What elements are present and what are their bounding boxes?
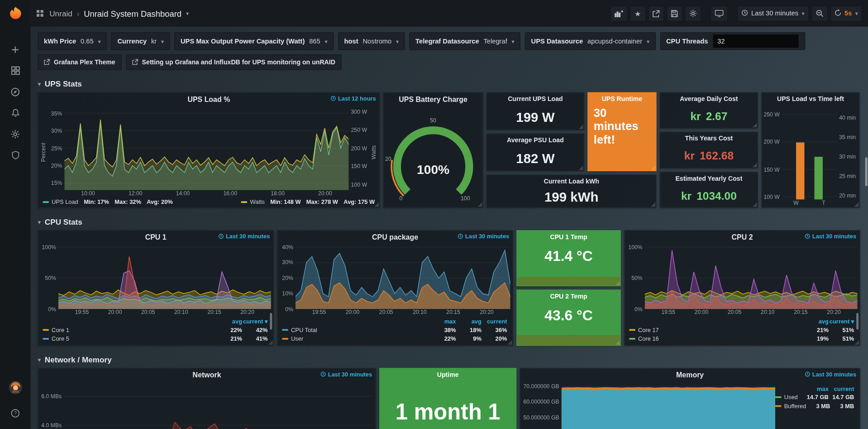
series-swatch <box>43 329 48 331</box>
variable-host[interactable]: host Nostromo ▾ <box>338 32 405 50</box>
panel-title[interactable]: Average Daily Cost <box>680 96 738 102</box>
star-icon: ★ <box>634 10 641 17</box>
legend-series-name[interactable]: Buffered <box>784 402 806 409</box>
panel-title[interactable]: Estimated Yearly Cost <box>675 175 742 182</box>
panel-title[interactable]: UPS Runtime <box>602 96 642 102</box>
refresh-button[interactable]: 5s ▾ <box>830 5 863 22</box>
chart-legend: maxcurrent Used14.7 GB14.7 GB Buffered3 … <box>775 382 858 429</box>
section-network-memory[interactable]: ▾ Network / Memory <box>38 355 861 365</box>
cpu-package-chart[interactable] <box>296 244 510 309</box>
stat-value: 1 month 1 <box>380 400 516 424</box>
zoom-out-button[interactable] <box>811 5 828 22</box>
legend-series-name[interactable]: User <box>291 335 430 342</box>
variable-currency[interactable]: Currency kr ▾ <box>111 32 170 50</box>
refresh-icon <box>835 9 841 17</box>
panel-title[interactable]: CPU 2 Temp <box>550 293 587 300</box>
dashboards-icon[interactable] <box>0 60 30 82</box>
legend-series-name[interactable]: UPS Load <box>52 198 78 205</box>
y-axis-left: 35%30%25%20%15% <box>47 106 64 198</box>
variable-ups-datasource[interactable]: UPS Datasource apcupsd-container ▾ <box>525 32 656 50</box>
cost-stat-column: Average Daily Cost kr2.67 This Years Cos… <box>660 92 758 208</box>
share-button[interactable] <box>648 5 664 22</box>
breadcrumb-folder[interactable]: Unraid <box>49 9 72 18</box>
add-panel-button[interactable] <box>610 5 627 22</box>
save-button[interactable] <box>666 5 682 22</box>
variable-ups-max-output[interactable]: UPS Max Output Power Capacity (Watt) 865… <box>174 32 334 50</box>
svg-text:50: 50 <box>430 117 436 124</box>
panel-average-daily-cost: Average Daily Cost kr2.67 <box>660 92 758 129</box>
legend-scrollbar[interactable] <box>270 313 272 330</box>
link-ups-monitoring-guide[interactable]: Setting up Grafana and InfluxDB for UPS … <box>126 54 341 70</box>
legend-scrollbar[interactable] <box>856 313 858 330</box>
panel-title[interactable]: CPU package <box>372 233 418 241</box>
star-button[interactable]: ★ <box>630 5 646 22</box>
cpu1-chart[interactable] <box>58 244 271 309</box>
panel-title[interactable]: CPU 2 <box>732 233 753 241</box>
legend-series-name[interactable]: Core 5 <box>52 335 216 342</box>
panel-cpu-package: CPU package Last 30 minutes 40%30%20%10%… <box>277 230 513 346</box>
panel-ups-load-vs-time-left: UPS Load vs Time left 250 W200 W150 W100… <box>761 92 859 208</box>
chevron-down-icon[interactable]: ▾ <box>186 10 189 16</box>
panel-title[interactable]: This Years Cost <box>685 135 733 142</box>
panel-title[interactable]: Uptime <box>437 371 459 378</box>
dashboard-content: kWh Price 0.65 ▾ Currency kr ▾ UPS Max O… <box>30 27 868 429</box>
panel-network: Network Last 30 minutes 6.0 MBs4.0 MBs2.… <box>38 368 376 429</box>
legend-series-name[interactable]: Core 17 <box>638 326 803 333</box>
security-shield-icon[interactable] <box>0 145 30 166</box>
dashboard-settings-button[interactable] <box>685 5 701 22</box>
svg-text:0: 0 <box>400 195 403 202</box>
panel-title[interactable]: Network <box>193 371 221 379</box>
panel-title[interactable]: Current Load kWh <box>544 178 599 185</box>
network-chart[interactable] <box>64 382 373 429</box>
legend-series-name[interactable]: CPU Total <box>291 326 430 333</box>
y-axis-left: 250 W200 W150 W100 W <box>763 106 782 207</box>
panel-title[interactable]: UPS Load vs Time left <box>777 96 844 102</box>
panel-title[interactable]: Average PSU Load <box>507 137 564 144</box>
section-ups-stats[interactable]: ▾ UPS Stats <box>38 79 861 89</box>
user-avatar[interactable] <box>8 380 23 397</box>
load-vs-time-bars[interactable] <box>782 106 837 199</box>
chevron-down-icon: ▾ <box>801 10 804 16</box>
stat-value: 43.6 °C <box>544 307 593 324</box>
chevron-down-icon: ▾ <box>855 10 858 16</box>
panel-title[interactable]: CPU 1 Temp <box>550 233 587 240</box>
series-swatch <box>282 329 288 331</box>
ups-load-chart[interactable] <box>64 106 348 190</box>
legend-series-name[interactable]: Used <box>784 394 803 400</box>
panel-title[interactable]: CPU 1 <box>145 233 167 241</box>
dashboard-title[interactable]: Unraid System Dashboard <box>84 9 181 18</box>
grafana-logo-icon[interactable] <box>7 5 24 24</box>
configuration-gear-icon[interactable] <box>0 123 30 145</box>
panel-title[interactable]: Current UPS Load <box>508 96 563 102</box>
cpu2-chart[interactable] <box>645 244 858 309</box>
help-icon[interactable]: ? <box>0 402 30 424</box>
chevron-down-icon: ▾ <box>647 38 649 44</box>
legend-series-name[interactable]: Core 1 <box>52 326 216 333</box>
page-scrollbar[interactable] <box>865 157 868 186</box>
variable-telegraf-datasource[interactable]: Telegraf Datasource Telegraf ▾ <box>410 32 521 50</box>
panel-title[interactable]: UPS Battery Charge <box>399 95 467 103</box>
series-swatch <box>629 337 635 339</box>
link-grafana-plex-theme[interactable]: Grafana Plex Theme <box>38 54 121 70</box>
y-axis-left: 40%30%20%10%0% <box>279 244 296 317</box>
create-icon[interactable] <box>0 39 30 60</box>
x-axis-labels: WT <box>782 200 837 207</box>
panel-cpu1: CPU 1 Last 30 minutes 100%50%0% 19:5520:… <box>38 230 274 346</box>
cpu-threads-input[interactable] <box>712 34 799 48</box>
section-cpu-stats[interactable]: ▾ CPU Stats <box>38 217 861 227</box>
chart-legend: UPS Load Min: 17%Max: 32%Avg: 20% Watts … <box>38 198 379 207</box>
panel-title[interactable]: Memory <box>676 371 704 379</box>
variable-kwh-price[interactable]: kWh Price 0.65 ▾ <box>38 32 107 50</box>
panel-title[interactable]: UPS Load % <box>187 95 230 103</box>
cpu-stats-row: CPU 1 Last 30 minutes 100%50%0% 19:5520:… <box>38 230 861 346</box>
time-range-picker[interactable]: Last 30 minutes ▾ <box>737 5 809 22</box>
memory-chart[interactable] <box>562 382 775 429</box>
dashboard-grid-icon[interactable] <box>36 10 44 17</box>
explore-icon[interactable] <box>0 81 30 102</box>
alerting-bell-icon[interactable] <box>0 102 30 124</box>
network-memory-row: Network Last 30 minutes 6.0 MBs4.0 MBs2.… <box>38 368 861 429</box>
cycle-view-button[interactable] <box>710 5 728 22</box>
panel-estimated-yearly-cost: Estimated Yearly Cost kr1034.00 <box>660 172 758 208</box>
legend-series-name[interactable]: Watts <box>250 198 265 205</box>
legend-series-name[interactable]: Core 16 <box>638 335 803 342</box>
